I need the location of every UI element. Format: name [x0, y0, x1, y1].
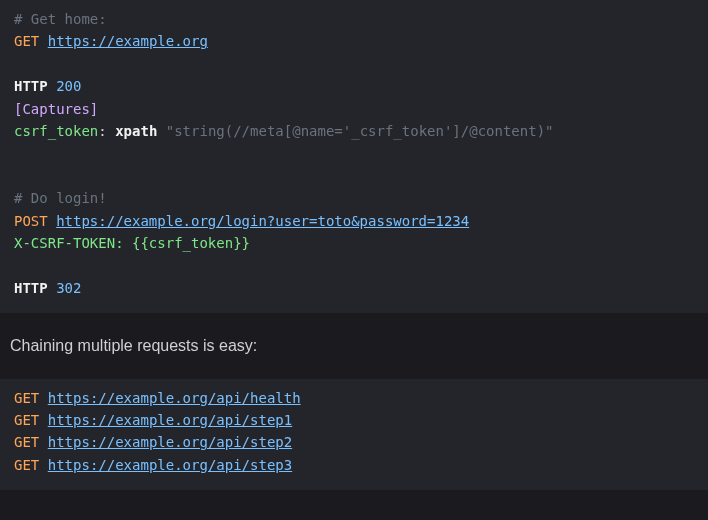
capture-variable: csrf_token	[14, 123, 98, 139]
http-url[interactable]: https://example.org/api/step1	[48, 412, 292, 428]
status-code: 200	[56, 78, 81, 94]
status-code: 302	[56, 280, 81, 296]
xpath-keyword: xpath	[115, 123, 157, 139]
comment-line: # Get home:	[14, 11, 107, 27]
http-url[interactable]: https://example.org	[48, 33, 208, 49]
http-keyword: HTTP	[14, 78, 48, 94]
xpath-string: "string(//meta[@name='_csrf_token']/@con…	[166, 123, 554, 139]
section-header: [Captures]	[14, 101, 98, 117]
code-block-1: # Get home: GET https://example.org HTTP…	[0, 0, 708, 313]
code-block-2: GET https://example.org/api/health GET h…	[0, 379, 708, 491]
header-name: X-CSRF-TOKEN	[14, 235, 115, 251]
header-value: {{csrf_token}}	[132, 235, 250, 251]
http-method: GET	[14, 434, 39, 450]
http-url[interactable]: https://example.org/api/step3	[48, 457, 292, 473]
http-url[interactable]: https://example.org/api/step2	[48, 434, 292, 450]
http-method: GET	[14, 457, 39, 473]
http-method: GET	[14, 33, 39, 49]
http-url[interactable]: https://example.org/login?user=toto&pass…	[56, 213, 469, 229]
comment-line: # Do login!	[14, 190, 107, 206]
http-method: POST	[14, 213, 48, 229]
http-method: GET	[14, 390, 39, 406]
http-keyword: HTTP	[14, 280, 48, 296]
http-url[interactable]: https://example.org/api/health	[48, 390, 301, 406]
http-method: GET	[14, 412, 39, 428]
prose-text: Chaining multiple requests is easy:	[0, 313, 708, 379]
